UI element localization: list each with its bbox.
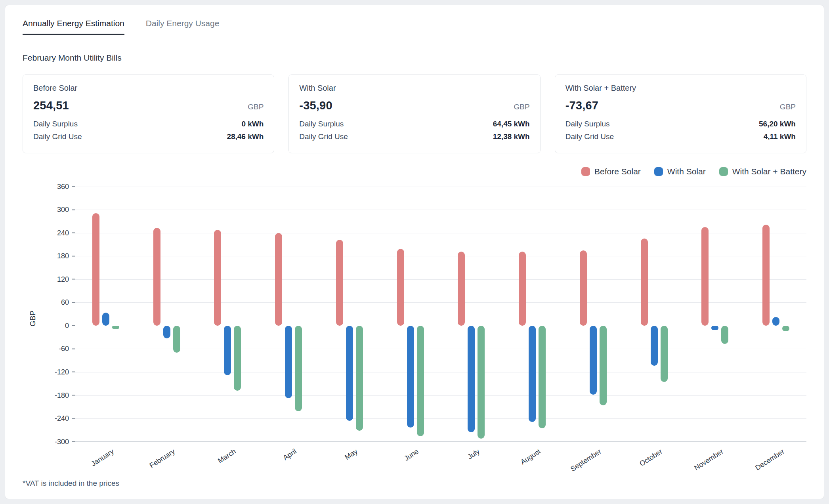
card-value: 254,51 (33, 99, 69, 112)
month-group-february (136, 187, 197, 442)
bar-before-solar-april[interactable] (275, 233, 282, 326)
x-tick-label: February (148, 447, 176, 470)
card-title: Before Solar (33, 84, 264, 93)
bar-before-solar-october[interactable] (641, 239, 648, 326)
bar-with-solar-june[interactable] (407, 326, 414, 428)
bar-with-solar-july[interactable] (468, 326, 475, 432)
x-tick-label: January (90, 447, 115, 468)
bar-before-solar-december[interactable] (762, 225, 770, 326)
bar-with-solar-battery-december[interactable] (782, 326, 789, 331)
x-label-cell-may: May (319, 443, 380, 477)
tab-bar: Annually Energy Estimation Daily Energy … (23, 19, 806, 35)
card-value: -35,90 (299, 99, 332, 112)
tab-daily-energy-usage[interactable]: Daily Energy Usage (146, 19, 220, 35)
x-label-cell-june: June (380, 443, 441, 477)
x-label-cell-october: October (623, 443, 684, 477)
bar-with-solar-battery-june[interactable] (417, 326, 424, 436)
tab-annually-energy-estimation[interactable]: Annually Energy Estimation (23, 19, 124, 35)
y-tick-60: 60 (61, 298, 75, 307)
bar-with-solar-battery-october[interactable] (661, 326, 668, 382)
bar-before-solar-february[interactable] (153, 228, 160, 326)
x-label-cell-january: January (75, 443, 136, 477)
y-tick--240: -240 (55, 414, 75, 423)
bar-with-solar-august[interactable] (529, 326, 536, 422)
bar-with-solar-battery-november[interactable] (721, 326, 728, 344)
card-currency: GBP (248, 103, 264, 111)
bar-with-solar-november[interactable] (711, 326, 718, 330)
legend-item-before-solar[interactable]: Before Solar (581, 167, 641, 176)
month-group-december (745, 187, 806, 442)
x-tick-label: May (344, 447, 359, 462)
bar-before-solar-may[interactable] (336, 240, 343, 326)
row-label: Daily Surplus (299, 118, 344, 130)
card-currency: GBP (780, 103, 796, 111)
month-group-june (380, 187, 441, 442)
card-value: -73,67 (565, 99, 598, 112)
daily-grid-use-row: Daily Grid Use 4,11 kWh (565, 130, 796, 143)
x-tick-label: July (466, 447, 481, 461)
x-label-cell-july: July (441, 443, 502, 477)
x-tick-label: September (569, 447, 603, 473)
row-value: 28,46 kWh (227, 130, 264, 143)
legend-item-with-solar[interactable]: With Solar (654, 167, 706, 176)
bar-with-solar-september[interactable] (590, 326, 597, 395)
bar-before-solar-september[interactable] (580, 250, 587, 326)
y-tick-240: 240 (57, 229, 75, 237)
row-value: 4,11 kWh (764, 130, 796, 143)
bar-before-solar-november[interactable] (701, 227, 709, 326)
legend-swatch-before-solar (581, 167, 590, 176)
legend-label: With Solar (667, 167, 706, 176)
bar-with-solar-battery-august[interactable] (539, 326, 546, 429)
daily-surplus-row: Daily Surplus 0 kWh (33, 118, 264, 130)
row-label: Daily Grid Use (299, 130, 348, 143)
bar-with-solar-battery-february[interactable] (173, 326, 180, 353)
legend-item-with-solar-battery[interactable]: With Solar + Battery (719, 167, 806, 176)
daily-surplus-row: Daily Surplus 64,45 kWh (299, 118, 529, 130)
row-value: 64,45 kWh (493, 118, 530, 130)
bar-with-solar-march[interactable] (224, 326, 231, 375)
x-label-cell-march: March (197, 443, 258, 477)
bar-with-solar-december[interactable] (772, 317, 779, 325)
row-label: Daily Surplus (33, 118, 78, 130)
bar-before-solar-march[interactable] (214, 230, 221, 326)
card-title: With Solar + Battery (565, 84, 796, 93)
x-label-cell-august: August (502, 443, 563, 477)
bar-before-solar-january[interactable] (92, 213, 99, 326)
bar-before-solar-june[interactable] (397, 249, 404, 326)
page-title: February Month Utility Bills (23, 53, 806, 63)
bar-with-solar-january[interactable] (102, 313, 109, 326)
bars-container (75, 187, 806, 442)
x-tick-label: October (638, 447, 664, 468)
bar-before-solar-july[interactable] (458, 252, 465, 325)
x-label-cell-november: November (684, 443, 745, 477)
bar-with-solar-battery-march[interactable] (234, 326, 241, 391)
bar-with-solar-battery-april[interactable] (295, 326, 302, 412)
page-title-suffix: Month Utility Bills (58, 53, 122, 62)
month-group-september (563, 187, 624, 442)
legend-swatch-with-solar-battery (719, 167, 728, 176)
row-label: Daily Surplus (565, 118, 610, 130)
bar-with-solar-battery-january[interactable] (112, 326, 119, 329)
bar-with-solar-april[interactable] (285, 326, 292, 398)
x-tick-label: April (282, 447, 298, 462)
selected-month: February (23, 53, 56, 62)
daily-surplus-row: Daily Surplus 56,20 kWh (565, 118, 796, 130)
bar-with-solar-battery-september[interactable] (600, 326, 607, 405)
x-tick-label: March (216, 447, 237, 465)
bar-with-solar-may[interactable] (346, 326, 353, 421)
x-label-cell-february: February (136, 443, 197, 477)
month-group-april (258, 187, 319, 442)
y-tick-0: 0 (65, 321, 75, 330)
x-tick-label: December (754, 447, 786, 472)
card-with-solar-battery: With Solar + Battery -73,67 GBP Daily Su… (555, 74, 806, 153)
month-group-july (441, 187, 502, 442)
bar-with-solar-battery-july[interactable] (478, 326, 485, 439)
bar-with-solar-february[interactable] (163, 326, 170, 338)
bar-before-solar-august[interactable] (519, 252, 526, 325)
bar-with-solar-battery-may[interactable] (356, 326, 363, 431)
main-panel: Annually Energy Estimation Daily Energy … (5, 5, 824, 499)
bar-with-solar-october[interactable] (651, 326, 658, 366)
x-tick-label: August (519, 447, 542, 466)
y-tick-180: 180 (57, 252, 75, 260)
bar-chart: GBP 360300240180120600-60-120-180-240-30… (23, 187, 806, 477)
